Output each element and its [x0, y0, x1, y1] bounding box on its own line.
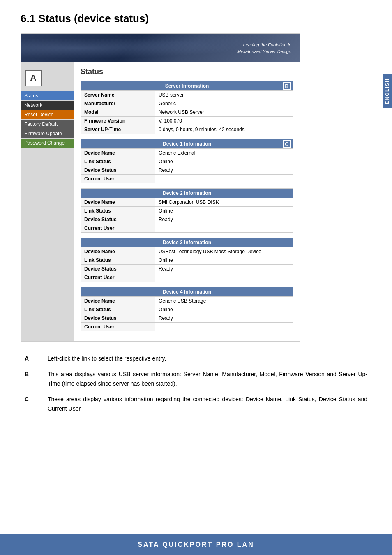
- d3-label-link-status: Link Status: [81, 256, 155, 265]
- table-row: Link Status Online: [81, 207, 293, 215]
- table-row: Link Status Online: [81, 157, 293, 166]
- d3-label-device-name: Device Name: [81, 247, 155, 256]
- table-row: Current User: [81, 224, 293, 233]
- server-info-header-text: Server Information: [165, 83, 209, 89]
- d4-label-link-status: Link Status: [81, 305, 155, 314]
- table-row: Link Status Online: [81, 256, 293, 265]
- value-uptime: 0 days, 0 hours, 9 minutes, 42 seconds.: [155, 125, 293, 134]
- table-row: Device Name SMI Corporation USB DISK: [81, 198, 293, 207]
- table-row: Device Status Ready: [81, 166, 293, 175]
- footer-text: SATA QUICKPORT PRO LAN: [138, 541, 254, 548]
- sidebar-nav: A Status Network Reset Device Factory De…: [21, 62, 74, 341]
- d1-label-device-status: Device Status: [81, 166, 155, 175]
- language-tab: ENGLISH: [383, 74, 392, 108]
- d2-value-device-status: Ready: [155, 215, 293, 224]
- value-firmware-version: V. 100.070: [155, 117, 293, 125]
- banner: Leading the Evolution in Miniaturized Se…: [21, 34, 300, 62]
- d3-label-device-status: Device Status: [81, 265, 155, 273]
- sidebar-item-firmware-update[interactable]: Firmware Update: [21, 129, 74, 138]
- d2-label-device-name: Device Name: [81, 198, 155, 207]
- annotations: A – Left-click the link to select the re…: [21, 354, 371, 413]
- d3-value-device-status: Ready: [155, 265, 293, 273]
- sidebar-item-status[interactable]: Status: [21, 91, 74, 100]
- page-wrapper: ENGLISH 6.1 Status (device status) Leadi…: [0, 0, 392, 555]
- d2-value-device-name: SMI Corporation USB DISK: [155, 198, 293, 207]
- annotation-b: B – This area displays various USB serve…: [25, 370, 367, 388]
- d2-label-link-status: Link Status: [81, 207, 155, 215]
- label-model: Model: [81, 108, 155, 117]
- d4-value-current-user: [155, 323, 293, 331]
- table-row: Device Status Ready: [81, 215, 293, 224]
- banner-line1: Leading the Evolution in: [237, 42, 291, 49]
- table-row: Device Status Ready: [81, 265, 293, 273]
- device1-badge: C: [283, 140, 291, 148]
- annotation-c-text: These areas display various information …: [48, 395, 367, 413]
- table-row: Firmware Version V. 100.070: [81, 117, 293, 125]
- device4-header: Device 4 Information: [81, 287, 293, 297]
- d1-label-current-user: Current User: [81, 175, 155, 183]
- device3-header-row: Device 3 Information: [81, 238, 293, 247]
- d3-label-current-user: Current User: [81, 273, 155, 282]
- device4-table: Device 4 Information Device Name Generic…: [81, 287, 293, 331]
- footer: SATA QUICKPORT PRO LAN: [0, 534, 392, 555]
- annotation-a-letter: A: [25, 354, 33, 363]
- device3-table: Device 3 Information Device Name USBest …: [81, 238, 293, 282]
- page-title: 6.1 Status (device status): [21, 12, 371, 25]
- sidebar-item-reset-device[interactable]: Reset Device: [21, 110, 74, 119]
- d1-value-link-status: Online: [155, 157, 293, 166]
- table-row: Current User: [81, 175, 293, 183]
- table-row: Device Name Generic USB Storage: [81, 297, 293, 305]
- d4-label-device-name: Device Name: [81, 297, 155, 305]
- d3-value-current-user: [155, 273, 293, 282]
- label-uptime: Server UP-Time: [81, 125, 155, 134]
- sidebar-item-network[interactable]: Network: [21, 101, 74, 110]
- banner-text: Leading the Evolution in Miniaturized Se…: [237, 42, 291, 55]
- table-row: Current User: [81, 323, 293, 331]
- device4-header-row: Device 4 Information: [81, 287, 293, 297]
- d4-value-link-status: Online: [155, 305, 293, 314]
- table-row: Server Name USB server: [81, 91, 293, 99]
- server-info-header: Server Information B: [81, 81, 293, 91]
- device4-header-text: Device 4 Information: [163, 289, 211, 295]
- label-server-name: Server Name: [81, 91, 155, 99]
- sidebar-item-password-change[interactable]: Password Change: [21, 139, 74, 148]
- server-info-badge: B: [283, 82, 291, 90]
- device3-header: Device 3 Information: [81, 238, 293, 247]
- table-row: Device Name USBest Technology USB Mass S…: [81, 247, 293, 256]
- device1-header-row: Device 1 Information C: [81, 139, 293, 149]
- d2-label-device-status: Device Status: [81, 215, 155, 224]
- server-info-table: Server Information B Server Name USB ser…: [81, 81, 293, 134]
- device2-table: Device 2 Information Device Name SMI Cor…: [81, 188, 293, 233]
- annotation-a-text: Left-click the link to select the respec…: [48, 354, 367, 363]
- d1-label-link-status: Link Status: [81, 157, 155, 166]
- value-manufacturer: Generic: [155, 99, 293, 108]
- device3-header-text: Device 3 Information: [163, 240, 211, 245]
- content-area: Status Server Information B Server Name …: [74, 62, 300, 341]
- d2-label-current-user: Current User: [81, 224, 155, 233]
- label-manufacturer: Manufacturer: [81, 99, 155, 108]
- d3-value-link-status: Online: [155, 256, 293, 265]
- device1-header: Device 1 Information C: [81, 139, 293, 149]
- table-row: Link Status Online: [81, 305, 293, 314]
- d1-label-device-name: Device Name: [81, 149, 155, 157]
- annotation-c-letter: C: [25, 395, 33, 404]
- annotation-b-letter: B: [25, 370, 33, 379]
- d1-value-device-name: Generic External: [155, 149, 293, 157]
- d1-value-device-status: Ready: [155, 166, 293, 175]
- d2-value-current-user: [155, 224, 293, 233]
- device2-header: Device 2 Information: [81, 189, 293, 198]
- table-row: Device Status Ready: [81, 314, 293, 323]
- sidebar-item-factory-default[interactable]: Factory Default: [21, 120, 74, 129]
- banner-line2: Miniaturized Server Design: [237, 48, 291, 55]
- device1-table: Device 1 Information C Device Name Gener…: [81, 139, 293, 183]
- annotation-c: C – These areas display various informat…: [25, 395, 367, 413]
- device2-header-row: Device 2 Information: [81, 189, 293, 198]
- d4-value-device-status: Ready: [155, 314, 293, 323]
- table-row: Current User: [81, 273, 293, 282]
- language-label: ENGLISH: [385, 78, 390, 104]
- device2-header-text: Device 2 Information: [163, 190, 211, 196]
- panel-body: A Status Network Reset Device Factory De…: [21, 62, 300, 341]
- annotation-a: A – Left-click the link to select the re…: [25, 354, 367, 363]
- annotation-b-text: This area displays various USB server in…: [48, 370, 367, 388]
- d2-value-link-status: Online: [155, 207, 293, 215]
